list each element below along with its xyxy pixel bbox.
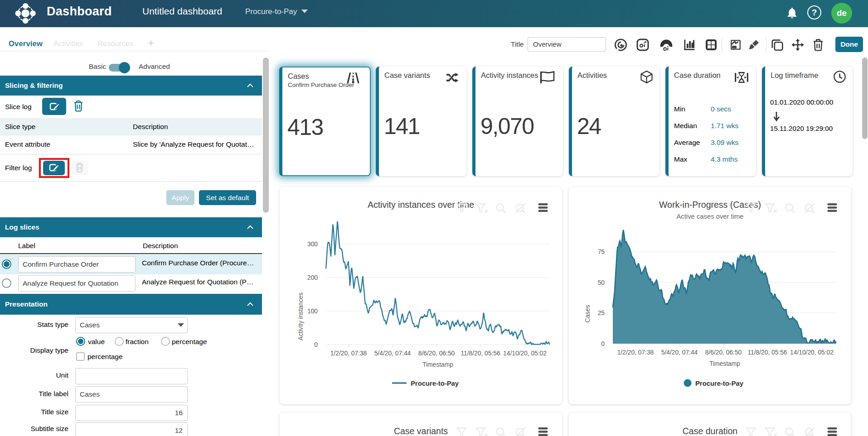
svg-text:25: 25: [598, 310, 605, 316]
svg-text:100: 100: [307, 308, 318, 315]
svg-text:5/4/20, 07:44: 5/4/20, 07:44: [374, 350, 411, 357]
svg-text:1/2/20, 07:38: 1/2/20, 07:38: [617, 349, 654, 356]
svg-text:Timestamp: Timestamp: [709, 360, 740, 367]
svg-text:Procure-to-Pay: Procure-to-Pay: [411, 380, 459, 387]
svg-text:11/8/20, 05:56: 11/8/20, 05:56: [747, 349, 787, 356]
svg-text:1/2/20, 07:38: 1/2/20, 07:38: [330, 350, 367, 357]
svg-text:8/6/20, 06:50: 8/6/20, 06:50: [705, 349, 742, 356]
svg-text:75: 75: [598, 249, 605, 255]
svg-text:50: 50: [598, 279, 605, 286]
svg-text:Procure-to-Pay: Procure-to-Pay: [695, 380, 744, 387]
svg-text:0: 0: [601, 340, 605, 347]
svg-text:5/4/20, 07:44: 5/4/20, 07:44: [661, 349, 698, 356]
svg-text:8/6/20, 06:50: 8/6/20, 06:50: [418, 350, 455, 357]
svg-text:Activity instances: Activity instances: [297, 292, 304, 340]
svg-text:0: 0: [314, 341, 318, 348]
svg-text:11/8/20, 05:56: 11/8/20, 05:56: [461, 350, 500, 357]
svg-text:Cases: Cases: [584, 305, 591, 322]
svg-text:300: 300: [307, 241, 318, 248]
svg-text:14/10/20, 05:02: 14/10/20, 05:02: [503, 350, 547, 357]
svg-text:14/10/20, 05:02: 14/10/20, 05:02: [790, 349, 834, 356]
svg-text:200: 200: [307, 274, 318, 281]
svg-text:Timestamp: Timestamp: [422, 361, 453, 368]
